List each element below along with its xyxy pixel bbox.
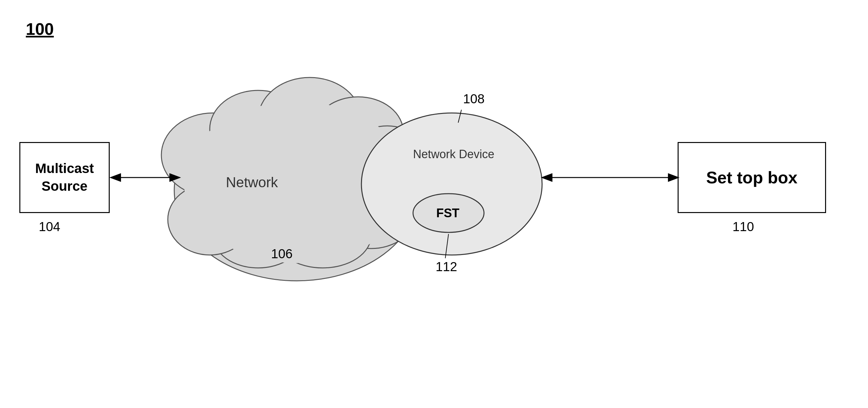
- fst-text: FST: [436, 206, 460, 220]
- network-text: Network: [226, 174, 278, 190]
- diagram-container: 100 MulticastSource 104 Set top box 110: [0, 0, 868, 408]
- svg-point-11: [362, 113, 542, 255]
- network-device-ellipse: [362, 113, 542, 255]
- diagram-svg: 108 106 112 Network Network Device FST: [0, 0, 868, 408]
- network-device-text: Network Device: [413, 147, 494, 161]
- ref-112-label: 112: [436, 260, 457, 274]
- ref-106-label: 106: [271, 246, 293, 261]
- ref-108-label: 108: [463, 92, 485, 106]
